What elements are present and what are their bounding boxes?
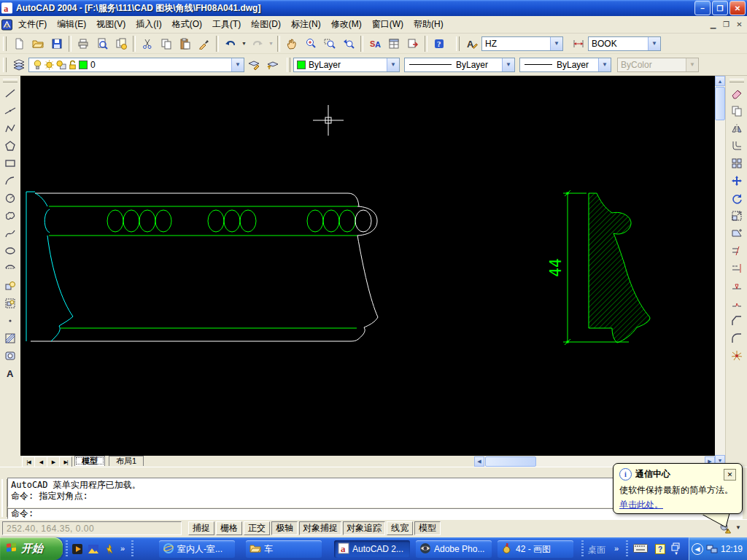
zoom-window-icon[interactable] [320,34,339,53]
task-button-autocad[interactable]: a AutoCAD 2... [334,540,410,558]
model-toggle[interactable]: 模型 [414,521,441,535]
menu-modify[interactable]: 修改(M) [326,16,367,33]
tab-model[interactable]: 模型 [74,456,105,466]
design-center-icon[interactable] [403,34,422,53]
line-icon[interactable] [1,85,20,102]
print-icon[interactable] [74,34,93,53]
revision-cloud-icon[interactable] [1,207,20,225]
make-object-layer-current-icon[interactable] [244,55,263,74]
chevron-down-icon[interactable]: ▼ [648,37,660,50]
ellipse-icon[interactable] [1,242,20,260]
circle-icon[interactable] [1,190,20,207]
chevron-down-icon[interactable]: ▼ [550,37,562,50]
publish-icon[interactable] [112,34,131,53]
rectangle-icon[interactable] [1,155,20,172]
menu-help[interactable]: 帮助(H) [409,16,449,33]
close-button[interactable]: ✕ [729,1,746,15]
layer-on-icon[interactable] [32,59,43,70]
menu-insert[interactable]: 插入(I) [131,16,166,33]
layer-combo[interactable]: 0 ▼ [28,58,244,72]
array-icon[interactable] [727,155,746,172]
toolbar-grip[interactable] [3,79,18,82]
image-viewer-icon[interactable] [87,542,100,556]
dim-style-combo[interactable]: BOOK ▼ [588,36,661,51]
chevron-down-icon[interactable]: ▼ [502,58,514,71]
stretch-icon[interactable] [727,225,746,242]
ellipse-arc-icon[interactable] [1,260,20,277]
osnap-toggle[interactable]: 对象捕捉 [299,521,341,535]
save-icon[interactable] [47,34,66,53]
desktop-chevron[interactable]: » [614,544,619,553]
keyboard-icon[interactable] [633,544,648,553]
ime-help-icon[interactable]: ? [655,544,665,554]
tab-next-icon[interactable]: ▶ [47,456,60,467]
toolbar-grip[interactable] [3,36,7,51]
chevron-down-icon[interactable]: ▼ [598,58,611,71]
redo-icon[interactable] [248,34,267,53]
status-tray-chevron-icon[interactable]: ▼ [735,524,741,531]
make-block-icon[interactable] [1,295,20,312]
mirror-icon[interactable] [727,120,746,137]
polyline-icon[interactable] [1,120,20,137]
lineweight-combo[interactable]: ByLayer ▼ [519,58,611,72]
open-icon[interactable] [28,34,47,53]
toolbar-grip[interactable] [3,58,7,72]
toolbar-grip[interactable] [729,79,744,82]
pan-icon[interactable] [282,34,301,53]
zoom-realtime-icon[interactable] [301,34,320,53]
break-at-point-icon[interactable] [727,277,746,295]
extend-icon[interactable] [727,260,746,277]
undo-icon[interactable] [221,34,240,53]
vertical-scroll-thumb[interactable] [715,87,725,120]
hide-icons-icon[interactable]: ◀ [692,543,703,555]
redo-dropdown-icon[interactable]: ▼ [267,35,275,52]
desktop-toolbar-label[interactable]: 桌面 [588,544,605,556]
doc-restore-button[interactable]: ❐ [720,19,732,30]
undo-dropdown-icon[interactable]: ▼ [240,35,248,52]
media-player-icon[interactable] [71,542,84,556]
match-properties-icon[interactable] [195,34,214,53]
spline-icon[interactable] [1,225,20,242]
chevron-down-icon[interactable]: ▼ [231,58,244,71]
point-icon[interactable] [1,312,20,330]
toolbar-grip[interactable] [287,58,290,72]
scroll-up-icon[interactable]: ▲ [715,76,725,86]
trim-icon[interactable] [727,242,746,260]
menu-window[interactable]: 窗口(W) [367,16,409,33]
balloon-close-icon[interactable]: ✕ [724,469,736,481]
polygon-icon[interactable] [1,137,20,155]
task-button-folder[interactable]: 车 [246,540,322,558]
copy-object-icon[interactable] [727,102,746,120]
chamfer-icon[interactable] [727,312,746,330]
zoom-previous-icon[interactable] [339,34,358,53]
print-preview-icon[interactable] [93,34,112,53]
scale-icon[interactable] [727,207,746,225]
drawing-canvas[interactable]: 44 [20,76,715,456]
chevron-down-icon[interactable]: ▼ [387,58,399,71]
tab-layout1[interactable]: 布局1 [109,456,144,466]
menu-dimension[interactable]: 标注(N) [286,16,326,33]
toolbar-grip[interactable] [456,36,460,51]
break-icon[interactable] [727,295,746,312]
menu-draw[interactable]: 绘图(D) [246,16,286,33]
cut-icon[interactable] [138,34,157,53]
balloon-link[interactable]: 单击此处。 [619,499,663,511]
text-style-icon[interactable]: A [462,34,481,53]
region-icon[interactable] [1,347,20,365]
tab-first-icon[interactable]: |◀ [22,456,35,467]
layer-lock-icon[interactable] [67,59,78,70]
layer-manager-icon[interactable] [9,55,28,74]
explode-icon[interactable] [727,347,746,365]
offset-icon[interactable] [727,137,746,155]
properties-icon[interactable] [384,34,403,53]
menu-edit[interactable]: 编辑(E) [52,16,91,33]
winamp-icon[interactable] [103,542,116,556]
network-icon[interactable] [706,543,718,555]
otrack-toggle[interactable]: 对象追踪 [343,521,385,535]
menu-tools[interactable]: 工具(T) [207,16,246,33]
color-combo[interactable]: ByLayer ▼ [293,58,400,72]
text-style-combo[interactable]: HZ ▼ [481,36,563,51]
hatch-icon[interactable] [1,330,20,347]
polar-toggle[interactable]: 极轴 [271,521,298,535]
new-icon[interactable] [9,34,28,53]
